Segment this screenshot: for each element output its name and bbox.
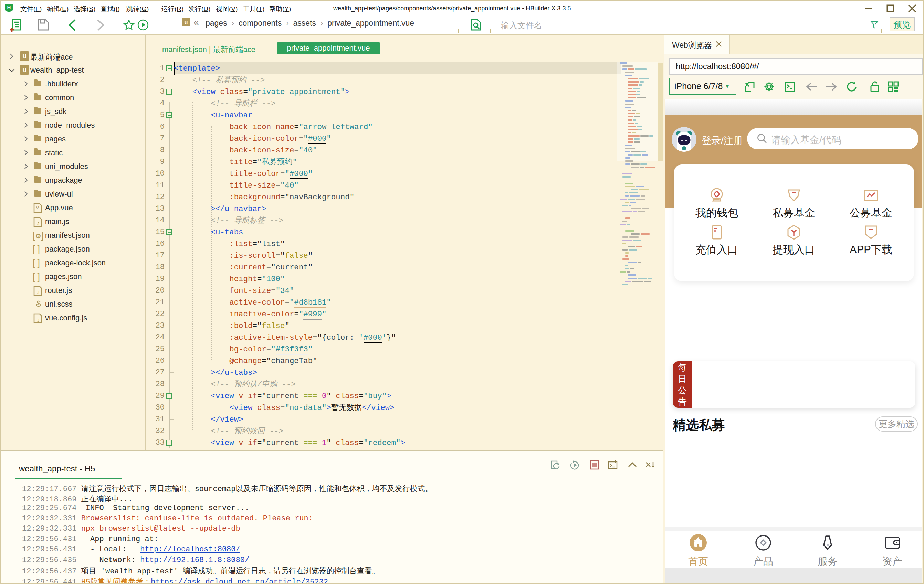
svg-text:J: J (37, 318, 40, 323)
svg-text:H: H (7, 5, 11, 10)
svg-text:J: J (37, 221, 40, 226)
svg-text:V: V (36, 205, 39, 210)
svg-text:J: J (37, 290, 40, 295)
